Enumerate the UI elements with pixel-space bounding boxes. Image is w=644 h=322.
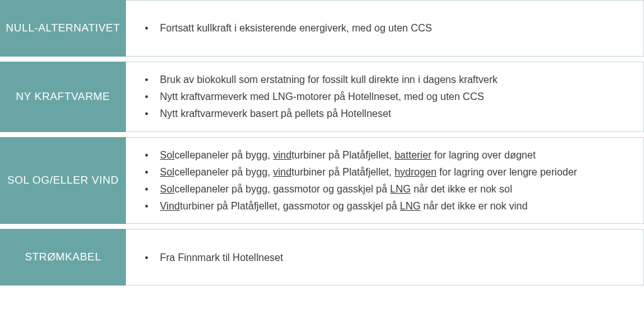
- bullet-list: Bruk av biokokull som erstatning for fos…: [145, 71, 497, 123]
- list-item: Bruk av biokokull som erstatning for fos…: [145, 71, 497, 88]
- row-content: Fra Finnmark til Hotellneset: [126, 229, 644, 286]
- table-row: STRØMKABELFra Finnmark til Hotellneset: [0, 229, 644, 286]
- bullet-list: Fra Finnmark til Hotellneset: [145, 249, 283, 266]
- list-item: Solcellepaneler på bygg, vindturbiner på…: [145, 164, 577, 180]
- alternatives-table: NULL-ALTERNATIVETFortsatt kullkraft i ek…: [0, 0, 644, 286]
- bullet-list: Fortsatt kullkraft i eksisterende energi…: [145, 19, 432, 36]
- list-item: Solcellepaneler på bygg, gassmotor og ga…: [145, 180, 577, 197]
- list-item: Vindturbiner på Platåfjellet, gassmotor …: [145, 197, 577, 214]
- row-label: SOL OG/ELLER VIND: [0, 137, 126, 225]
- list-item: Fortsatt kullkraft i eksisterende energi…: [145, 19, 432, 36]
- row-label: STRØMKABEL: [0, 229, 126, 286]
- table-row: NULL-ALTERNATIVETFortsatt kullkraft i ek…: [0, 0, 644, 57]
- bullet-list: Solcellepaneler på bygg, vindturbiner på…: [145, 147, 577, 215]
- list-item: Nytt kraftvarmeverk basert på pellets på…: [145, 105, 497, 122]
- list-item: Fra Finnmark til Hotellneset: [145, 249, 283, 266]
- row-content: Fortsatt kullkraft i eksisterende energi…: [126, 0, 644, 57]
- row-label: NY KRAFTVARME: [0, 62, 126, 132]
- table-row: SOL OG/ELLER VINDSolcellepaneler på bygg…: [0, 137, 644, 225]
- row-content: Bruk av biokokull som erstatning for fos…: [126, 62, 644, 132]
- row-content: Solcellepaneler på bygg, vindturbiner på…: [126, 137, 644, 225]
- table-row: NY KRAFTVARMEBruk av biokokull som ersta…: [0, 62, 644, 132]
- row-label: NULL-ALTERNATIVET: [0, 0, 126, 57]
- list-item: Solcellepaneler på bygg, vindturbiner på…: [145, 147, 577, 164]
- list-item: Nytt kraftvarmeverk med LNG-motorer på H…: [145, 88, 497, 105]
